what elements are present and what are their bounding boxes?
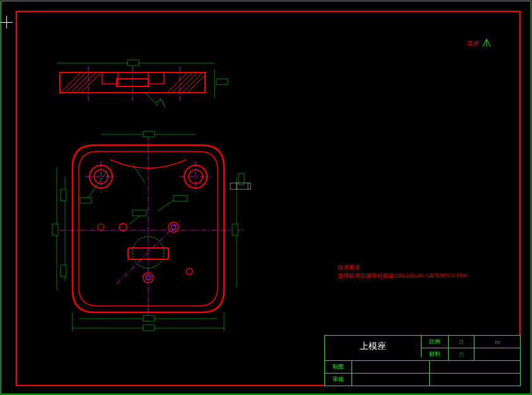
svg-rect-46 xyxy=(143,325,155,331)
cad-viewport[interactable]: 其余 技术要求 选用标准后侧导柱模架226x226x40: GB/T2855.5… xyxy=(0,0,532,395)
svg-rect-65 xyxy=(133,210,146,216)
svg-line-14 xyxy=(187,75,205,93)
ratio-label: 比例 xyxy=(422,336,449,348)
svg-rect-9 xyxy=(148,73,164,84)
svg-point-36 xyxy=(186,268,192,274)
svg-line-2 xyxy=(62,73,81,91)
title-block: 上模座 比例 □ ▭ 材料 □ 制图 审核 xyxy=(324,335,521,386)
svg-line-59 xyxy=(88,170,107,198)
svg-rect-52 xyxy=(52,224,58,235)
tech-note-body: 选用标准后侧导柱模架226x226x40: GB/T2855.5-1990 xyxy=(338,272,468,280)
svg-rect-48 xyxy=(143,315,155,321)
svg-line-10 xyxy=(167,73,187,93)
plan-view xyxy=(47,129,256,338)
material-label: 材料 xyxy=(422,348,449,360)
svg-rect-60 xyxy=(80,198,92,203)
svg-line-3 xyxy=(66,73,86,93)
svg-rect-50 xyxy=(143,131,155,137)
ratio-value: □ xyxy=(449,336,475,348)
svg-line-6 xyxy=(81,73,101,93)
svg-rect-57 xyxy=(239,174,244,185)
technical-requirements: 技术要求 选用标准后侧导柱模架226x226x40: GB/T2855.5-19… xyxy=(338,264,468,280)
svg-rect-63 xyxy=(174,196,187,201)
svg-line-5 xyxy=(76,73,96,93)
svg-line-12 xyxy=(177,73,198,93)
drawing-area xyxy=(47,54,262,363)
tech-note-header: 技术要求 xyxy=(338,264,468,272)
material-value: □ xyxy=(449,348,475,360)
surface-finish-label: 其余 xyxy=(467,40,480,47)
check-value xyxy=(352,374,430,386)
svg-line-22 xyxy=(145,93,158,105)
svg-line-4 xyxy=(71,73,91,93)
svg-line-61 xyxy=(133,164,145,183)
check-extra xyxy=(430,374,512,386)
drawn-extra xyxy=(430,361,512,373)
svg-rect-54 xyxy=(61,189,66,201)
svg-point-31 xyxy=(119,223,127,231)
svg-rect-58 xyxy=(232,224,238,235)
svg-rect-55 xyxy=(61,265,66,276)
surface-finish-symbol: 其余 xyxy=(467,38,500,49)
svg-point-37 xyxy=(98,224,104,230)
svg-rect-19 xyxy=(127,60,139,66)
drawing-title: 上模座 xyxy=(325,336,422,357)
svg-rect-8 xyxy=(102,73,118,84)
svg-line-62 xyxy=(158,200,174,211)
drawn-value xyxy=(352,361,430,373)
svg-line-11 xyxy=(172,73,192,93)
sheet-cell: ▭ xyxy=(475,336,520,348)
svg-line-13 xyxy=(182,73,203,93)
section-view xyxy=(57,54,233,104)
check-label: 审核 xyxy=(325,374,352,386)
blank-cell xyxy=(475,348,520,360)
drawn-label: 制图 xyxy=(325,361,352,373)
svg-rect-21 xyxy=(216,79,228,85)
